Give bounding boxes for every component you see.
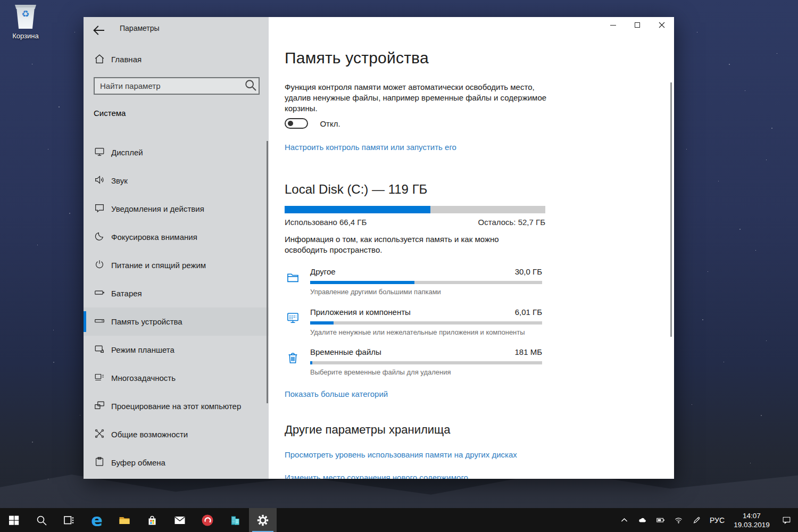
sidebar-scrollbar[interactable] — [267, 141, 268, 403]
disk-free-label: Осталось: 52,7 ГБ — [478, 218, 545, 227]
sidebar-item-home[interactable]: Главная — [84, 49, 269, 70]
tablet-icon — [94, 343, 105, 355]
storage-sense-toggle[interactable] — [285, 118, 308, 129]
action-center-icon — [782, 516, 791, 525]
action-center-button[interactable] — [775, 508, 798, 532]
change-save-location-link[interactable]: Изменить место сохранения нового содержи… — [285, 473, 468, 479]
sidebar-item-power-sleep[interactable]: Питание и спящий режим — [84, 251, 269, 279]
settings-taskbar-button[interactable] — [249, 508, 277, 532]
content-scrollbar[interactable] — [670, 82, 672, 337]
sidebar-item-multitasking[interactable]: Многозадачность — [84, 364, 269, 392]
category-bar — [310, 321, 542, 325]
battery-icon — [94, 287, 105, 298]
category-value: 6,01 ГБ — [515, 307, 542, 317]
sidebar-item-tablet-mode[interactable]: Режим планшета — [84, 336, 269, 364]
windows-ink-tray-button[interactable] — [687, 508, 705, 532]
category-bar — [310, 361, 542, 364]
language-indicator[interactable]: РУС — [705, 516, 729, 525]
power-icon — [94, 259, 105, 270]
sidebar-item-notifications[interactable]: Уведомления и действия — [84, 195, 269, 223]
sidebar-item-storage[interactable]: Память устройства — [84, 307, 269, 336]
focus-moon-icon — [94, 230, 105, 242]
maximize-button[interactable] — [625, 17, 650, 33]
settings-content: Память устройства Функция контроля памят… — [269, 17, 674, 479]
close-button[interactable] — [650, 17, 674, 33]
show-hidden-icons-button[interactable] — [615, 508, 633, 532]
storage-sense-description: Функция контроля памяти может автоматиче… — [285, 82, 551, 114]
sidebar-item-battery[interactable]: Батарея — [84, 279, 269, 307]
edge-icon — [91, 512, 103, 529]
sound-icon — [94, 174, 105, 186]
page-title: Память устройства — [285, 49, 429, 67]
sidebar-section-label: Система — [94, 109, 126, 118]
multitasking-icon — [94, 371, 105, 383]
sidebar-item-projecting[interactable]: Проецирование на этот компьютер — [84, 392, 269, 420]
settings-window: Параметры Главная Система Дисплей — [84, 17, 674, 479]
recycle-bin-desktop-icon[interactable]: ♻ Корзина — [6, 3, 45, 40]
view-other-drives-link[interactable]: Просмотреть уровень использования памяти… — [285, 450, 517, 459]
projecting-icon — [94, 400, 105, 411]
shared-experiences-icon — [94, 428, 105, 439]
display-icon — [94, 146, 105, 157]
folder-icon — [286, 270, 300, 287]
battery-tray-icon — [656, 516, 665, 525]
onedrive-tray-button[interactable] — [633, 508, 651, 532]
start-button[interactable] — [0, 508, 28, 532]
search-box[interactable] — [94, 77, 260, 95]
red-circle-app-button[interactable] — [194, 508, 221, 532]
clock-date: 19.03.2019 — [729, 520, 775, 529]
settings-gear-icon — [256, 514, 269, 527]
sidebar-item-shared-experiences[interactable]: Общие возможности — [84, 420, 269, 448]
store-button[interactable] — [138, 508, 166, 532]
file-explorer-icon — [118, 514, 131, 527]
show-more-categories-link[interactable]: Показать больше категорий — [285, 389, 388, 398]
configure-storage-sense-link[interactable]: Настроить контроль памяти или запустить … — [285, 143, 456, 152]
sidebar-nav: Дисплей Звук Уведомления и действия Фоку… — [84, 138, 269, 477]
disk-usage-fill — [285, 206, 430, 213]
category-subtext: Выберите временные файлы для удаления — [310, 368, 542, 376]
taskbar-search-button[interactable] — [28, 508, 55, 532]
mail-button[interactable] — [166, 508, 194, 532]
search-icon[interactable] — [243, 77, 259, 95]
category-value: 181 МБ — [514, 347, 542, 356]
disk-used-label: Использовано 66,4 ГБ — [285, 218, 367, 227]
edge-button[interactable] — [83, 508, 111, 532]
search-input[interactable] — [95, 81, 243, 90]
file-explorer-button[interactable] — [111, 508, 138, 532]
recycle-bin-icon: ♻ — [13, 3, 38, 31]
category-row-other[interactable]: Другое 30,0 ГБ Управление другими больши… — [285, 267, 542, 297]
sidebar-item-sound[interactable]: Звук — [84, 167, 269, 195]
category-bar — [310, 281, 542, 284]
trash-icon — [286, 351, 300, 367]
red-circle-app-icon — [201, 514, 214, 527]
battery-tray-button[interactable] — [651, 508, 669, 532]
store-icon — [146, 514, 159, 527]
category-label: Приложения и компоненты — [310, 307, 411, 317]
start-icon — [7, 514, 20, 527]
sidebar-item-focus-assist[interactable]: Фокусировка внимания — [84, 223, 269, 251]
disk-heading: Local Disk (C:) — 119 ГБ — [285, 182, 427, 197]
back-button[interactable] — [91, 22, 107, 36]
recycle-bin-label: Корзина — [6, 32, 45, 40]
category-label: Временные файлы — [310, 347, 381, 356]
window-title: Параметры — [120, 24, 160, 32]
task-view-button[interactable] — [55, 508, 83, 532]
category-subtext: Управление другими большими папками — [310, 288, 542, 296]
minimize-button[interactable] — [601, 17, 625, 33]
taskbar: РУС 14:07 19.03.2019 — [0, 508, 798, 532]
chevron-up-icon — [620, 516, 629, 525]
sidebar-item-clipboard[interactable]: Буфер обмена — [84, 448, 269, 477]
clock[interactable]: 14:07 19.03.2019 — [729, 511, 775, 529]
sidebar-item-display[interactable]: Дисплей — [84, 138, 269, 167]
teal-cubes-app-button[interactable] — [221, 508, 249, 532]
pen-icon — [692, 516, 701, 525]
clipboard-icon — [94, 456, 105, 468]
category-row-apps[interactable]: Приложения и компоненты 6,01 ГБ Удалите … — [285, 307, 542, 337]
category-subtext: Удалите ненужные или нежелательные прило… — [310, 328, 542, 336]
category-label: Другое — [310, 267, 336, 276]
toggle-state-label: Откл. — [320, 119, 340, 128]
category-row-temp-files[interactable]: Временные файлы 181 МБ Выберите временны… — [285, 347, 542, 377]
disk-usage-bar — [285, 206, 545, 213]
category-value: 30,0 ГБ — [515, 267, 542, 276]
network-tray-button[interactable] — [669, 508, 687, 532]
